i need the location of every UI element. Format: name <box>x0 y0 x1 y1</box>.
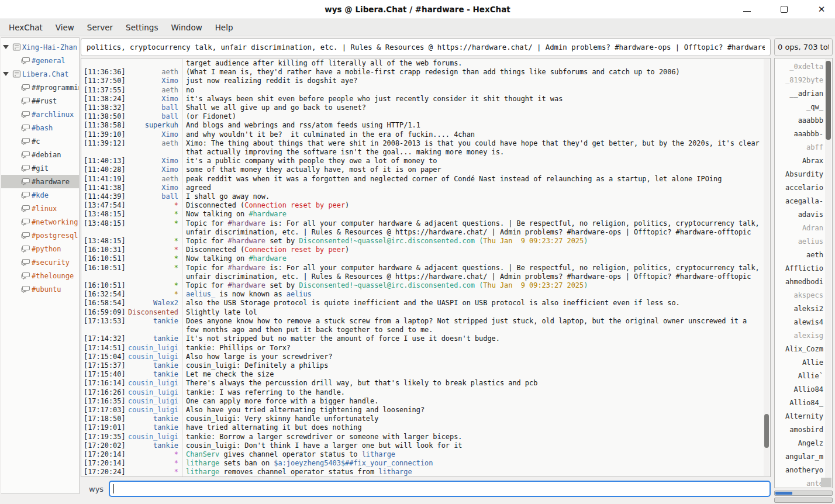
topic-bar[interactable]: politics, cryptocurrency talk, unfair di… <box>81 38 771 56</box>
chat-line: [16:10:51]*Topic for #hardware set by Di… <box>84 281 763 290</box>
sidebar-item-kde[interactable]: #kde <box>1 188 79 202</box>
channel-icon <box>20 137 32 145</box>
user-list-item[interactable]: _qw_ <box>775 100 824 113</box>
user-list-item[interactable]: Allie` <box>775 369 824 382</box>
sidebar-item-bash[interactable]: #bash <box>1 121 79 134</box>
maximize-button[interactable] <box>777 2 792 17</box>
sidebar-item-networking[interactable]: #networking <box>1 215 79 229</box>
user-list-item[interactable]: Adran <box>775 221 824 234</box>
message-input[interactable] <box>109 481 771 497</box>
user-list-item[interactable]: Alix_Cozm <box>775 342 824 355</box>
menu-item-help[interactable]: Help <box>209 20 240 34</box>
user-list-item[interactable]: akspecs <box>775 288 824 302</box>
chat-message: tankie: Phillips or Torx? <box>182 344 763 353</box>
chat-nick: * <box>128 237 182 246</box>
menu-item-server[interactable]: Server <box>81 20 119 34</box>
channel-tree: Xing-Hai-Zhan#generalLibera.Chat##progra… <box>1 37 80 494</box>
chat-message-segment: cousin_luigi: Definitely a philips <box>186 361 328 370</box>
menu-item-window[interactable]: Window <box>164 20 208 34</box>
menu-item-settings[interactable]: Settings <box>119 20 164 34</box>
chat-message-segment: ) <box>345 201 349 209</box>
sidebar-item-python[interactable]: #python <box>1 242 79 256</box>
user-list-item[interactable]: Allio84 <box>775 382 824 396</box>
user-list-item[interactable]: Absurdity <box>775 167 824 181</box>
user-list-item[interactable]: anotheryo <box>775 463 824 477</box>
userlist-scrollbar[interactable] <box>825 59 831 487</box>
chat-message: have tried alternating it but does nothi… <box>182 423 763 432</box>
chat-message: target audience after killing off litera… <box>182 59 763 68</box>
sidebar-item-linux[interactable]: #linux <box>1 202 79 215</box>
user-list-item[interactable]: amosbird <box>775 423 824 436</box>
chat-message-segment: and why wouldn't it be? it culminated in… <box>186 130 475 139</box>
sidebar-item-thelounge[interactable]: #thelounge <box>1 269 79 282</box>
user-list-item[interactable]: _0xdelta <box>775 60 824 73</box>
user-list-item[interactable]: adavis <box>775 208 824 221</box>
chat-nick: * <box>128 201 182 210</box>
channel-icon <box>20 178 32 185</box>
chat-line: [16:58:54]Walex2also the USB Storage pro… <box>84 299 763 308</box>
channel-label: #general <box>32 57 65 65</box>
user-list-item[interactable]: ahmedbodi <box>775 275 824 288</box>
sidebar-item-general[interactable]: #general <box>1 54 79 67</box>
user-list-item[interactable]: aaabbb <box>775 113 824 127</box>
sidebar-item-debian[interactable]: #debian <box>1 148 79 161</box>
chat-message-segment: litharge <box>186 459 219 467</box>
chat-nick: Ximo <box>128 157 182 165</box>
channel-icon <box>20 205 32 212</box>
user-list-item[interactable]: Allio84_ <box>775 396 824 409</box>
user-list-item[interactable]: abff <box>775 140 824 154</box>
sidebar-item-archlinux[interactable]: #archlinux <box>1 108 79 121</box>
userlist-scrollbar-thumb[interactable] <box>826 61 831 140</box>
user-list-item[interactable]: acegalla- <box>775 194 824 208</box>
expander-icon[interactable] <box>1 45 11 49</box>
menu-item-view[interactable]: View <box>49 20 81 34</box>
chat-timestamp: [11:37:55] <box>84 86 128 95</box>
chat-line: [11:40:13]Ximoit's a public company with… <box>84 157 763 165</box>
network-meters <box>774 488 833 503</box>
chat-message-segment: #hardware <box>249 254 286 263</box>
sidebar-item-ubuntu[interactable]: #ubuntu <box>1 282 79 296</box>
sidebar-item-security[interactable]: #security <box>1 256 79 269</box>
user-list-item[interactable]: accelario <box>775 181 824 194</box>
user-list-item[interactable]: Alternity <box>775 409 824 423</box>
user-list-item[interactable]: Afflictio <box>775 261 824 275</box>
sidebar-item-hardware[interactable]: #hardware <box>1 175 79 188</box>
sidebar-item-programming[interactable]: ##programming <box>1 81 79 94</box>
chat-nick: tankie <box>128 370 182 379</box>
chat-message: (or Fidonet) <box>182 112 763 121</box>
chat-message-segment: Thu Jan 9 09:23:27 2025 <box>483 237 584 245</box>
expander-icon[interactable] <box>1 72 11 76</box>
user-list-item[interactable]: aaabbb- <box>775 127 824 140</box>
close-button[interactable]: ✕ <box>814 2 829 17</box>
user-list-item[interactable]: aelius <box>775 234 824 248</box>
chat-scrollbar-thumb[interactable] <box>764 414 769 448</box>
chat-scrollbar[interactable] <box>764 59 770 476</box>
user-list-item[interactable]: alexisg <box>775 329 824 342</box>
user-list-item[interactable]: alewis4 <box>775 315 824 329</box>
user-list-item[interactable]: ante <box>775 477 824 488</box>
user-list-item[interactable]: _8192byte <box>775 73 824 87</box>
minimize-button[interactable] <box>739 2 754 17</box>
user-list-item[interactable]: __adrian <box>775 87 824 100</box>
menu-item-hexchat[interactable]: HexChat <box>2 20 49 34</box>
user-list-item[interactable]: aleksi2 <box>775 302 824 315</box>
user-list-item[interactable]: Allie <box>775 355 824 369</box>
sidebar-item-git[interactable]: #git <box>1 161 79 175</box>
sidebar-item-postgresql[interactable]: #postgresql <box>1 229 79 242</box>
sidebar-item-c[interactable]: #c <box>1 134 79 148</box>
chat-message-segment: tankie: I was referring to the handle. <box>186 388 345 396</box>
chat-message: just now realizing reddit is dogshit aye… <box>182 77 763 85</box>
channel-label: #python <box>32 245 61 253</box>
user-list-item[interactable]: angular_m <box>775 450 824 463</box>
sidebar-item-rust[interactable]: ##rust <box>1 94 79 108</box>
tree-server-libera.chat[interactable]: Libera.Chat <box>1 67 79 81</box>
chat-nick: cousin_luigi <box>128 433 182 441</box>
user-list-item[interactable]: aeth <box>775 248 824 261</box>
chat-timestamp: [13:47:54] <box>84 201 128 210</box>
chat-nick: * <box>128 450 182 459</box>
user-list-item[interactable]: Angelz <box>775 436 824 450</box>
user-list-item[interactable]: Abrax <box>775 154 824 167</box>
chat-timestamp: [17:14:51] <box>84 344 128 353</box>
tree-server-xing-hai-zhan[interactable]: Xing-Hai-Zhan <box>1 40 79 54</box>
chat-line: [16:10:51]*Topic for #hardware is: For a… <box>84 264 763 281</box>
